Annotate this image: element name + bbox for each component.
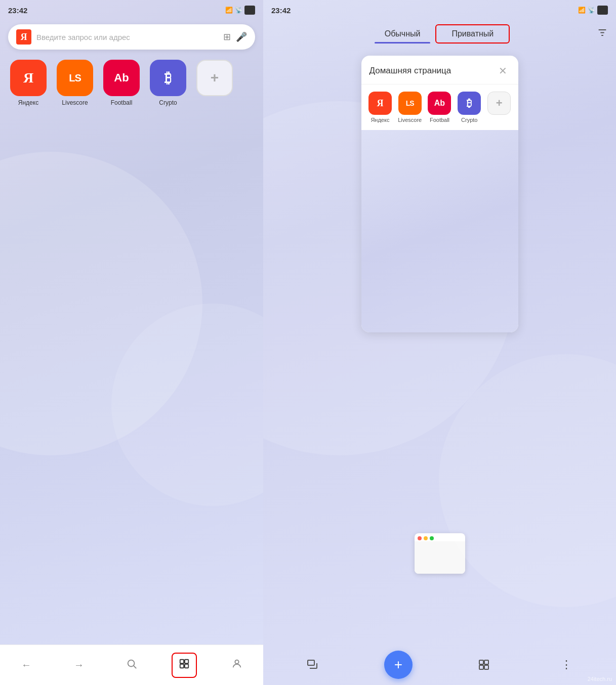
fab-icon: + <box>394 657 402 673</box>
bookmark-football[interactable]: Ab Football <box>101 60 142 106</box>
qr-icon[interactable]: ⊞ <box>223 31 231 42</box>
svg-rect-12 <box>484 660 488 664</box>
yandex-label: Яндекс <box>18 99 38 106</box>
svg-point-6 <box>235 660 238 664</box>
mic-icon[interactable]: 🎤 <box>236 31 247 42</box>
football-label: Football <box>111 99 133 106</box>
svg-rect-11 <box>479 660 483 664</box>
tabs-button-left[interactable] <box>172 653 197 678</box>
signal-icon-left: 📶 <box>225 7 233 14</box>
status-bar-right: 23:42 📶 📡 73 <box>263 0 616 20</box>
hc-yandex-icon: Я <box>368 92 392 115</box>
dot-green <box>430 536 434 540</box>
bookmarks-row: Я Яндекс LS Livescore Ab Football ₿ Cryp… <box>0 54 263 112</box>
status-bar-left: 23:42 📶 📡 73 <box>0 0 263 20</box>
dot-red <box>418 536 422 540</box>
svg-rect-2 <box>180 660 184 663</box>
filter-icon[interactable] <box>597 27 608 41</box>
hc-livescore-icon: LS <box>398 92 422 115</box>
hc-add[interactable]: + <box>486 92 512 117</box>
bookmark-add[interactable]: + <box>194 60 235 99</box>
home-card-close[interactable]: ✕ <box>496 64 510 78</box>
thumbnail-card[interactable] <box>415 533 465 574</box>
thumbnail-content <box>415 541 465 574</box>
hc-crypto-label: Crypto <box>461 117 477 123</box>
bookmark-livescore[interactable]: LS Livescore <box>55 60 95 106</box>
home-card-title: Домашняя страница <box>369 66 451 76</box>
more-button[interactable]: ⋮ <box>555 654 578 676</box>
svg-rect-10 <box>308 660 314 665</box>
thumbnail-dots <box>415 533 465 541</box>
home-card: Домашняя страница ✕ Я Яндекс LS Livescor… <box>361 56 518 332</box>
time-left: 23:42 <box>8 6 27 15</box>
home-card-bookmarks: Я Яндекс LS Livescore Ab Football ₿ Cryp… <box>361 84 518 130</box>
dot-yellow <box>424 536 428 540</box>
hc-football[interactable]: Ab Football <box>427 92 453 123</box>
yandex-logo: Я <box>16 29 31 45</box>
profile-button[interactable] <box>224 653 250 678</box>
forward-button[interactable]: → <box>66 653 92 678</box>
svg-rect-3 <box>185 660 188 663</box>
livescore-icon: LS <box>57 60 93 96</box>
battery-right: 73 <box>597 6 608 15</box>
signal-icon-right: 📶 <box>578 7 586 14</box>
yandex-icon: Я <box>10 60 47 96</box>
svg-rect-13 <box>479 665 483 669</box>
search-bar[interactable]: Я Введите запрос или адрес ⊞ 🎤 <box>8 24 255 50</box>
bookmark-crypto[interactable]: ₿ Crypto <box>148 60 188 106</box>
hc-livescore-label: Livescore <box>398 117 422 123</box>
home-card-header: Домашняя страница ✕ <box>361 56 518 84</box>
hc-crypto[interactable]: ₿ Crypto <box>457 92 482 123</box>
time-right: 23:42 <box>271 6 291 15</box>
search-placeholder[interactable]: Введите запрос или адрес <box>36 33 218 41</box>
hc-football-label: Football <box>430 117 449 123</box>
hc-football-icon: Ab <box>428 92 451 115</box>
search-extra-icons: ⊞ 🎤 <box>223 31 247 42</box>
right-panel: 23:42 📶 📡 73 Обычный Приватный Домашняя … <box>263 0 616 685</box>
football-icon: Ab <box>103 60 140 96</box>
left-panel: 23:42 📶 📡 73 Я Введите запрос или адрес … <box>0 0 263 685</box>
hc-crypto-icon: ₿ <box>458 92 481 115</box>
back-button[interactable]: ← <box>14 653 39 678</box>
search-button[interactable] <box>119 653 144 678</box>
forward-icon: → <box>74 659 84 671</box>
svg-line-1 <box>134 666 136 668</box>
hc-add-icon: + <box>487 92 511 115</box>
more-icon: ⋮ <box>561 658 572 671</box>
crypto-icon: ₿ <box>150 60 186 96</box>
svg-rect-5 <box>185 664 188 668</box>
add-bookmark-icon: + <box>196 60 233 96</box>
back-icon: ← <box>21 659 31 671</box>
wifi-icon-left: 📡 <box>235 7 242 14</box>
tabs-button-right[interactable] <box>473 654 495 676</box>
bottom-nav-right: + ⋮ <box>263 645 616 685</box>
bottom-nav-left: ← → <box>0 645 263 685</box>
bookmark-yandex[interactable]: Я Яндекс <box>8 60 49 106</box>
home-card-content <box>361 130 518 332</box>
hc-yandex-label: Яндекс <box>371 117 389 123</box>
watermark: 24itech.ru <box>588 676 612 682</box>
search-icon <box>126 658 137 672</box>
svg-rect-14 <box>484 665 488 669</box>
status-icons-right: 📶 📡 73 <box>578 6 608 15</box>
svg-point-0 <box>128 660 135 667</box>
livescore-label: Livescore <box>62 99 88 106</box>
tabs-icon-left <box>179 658 190 672</box>
top-tabs: Обычный Приватный <box>263 20 616 48</box>
profile-icon <box>231 658 242 672</box>
status-icons-left: 📶 📡 73 <box>225 6 255 15</box>
wifi-icon-right: 📡 <box>588 7 595 14</box>
svg-rect-4 <box>180 664 184 668</box>
crypto-label: Crypto <box>159 99 177 106</box>
multiscreen-button[interactable] <box>302 654 324 676</box>
fab-add-button[interactable]: + <box>384 651 413 679</box>
tab-normal[interactable]: Обычный <box>369 25 436 42</box>
hc-livescore[interactable]: LS Livescore <box>397 92 423 123</box>
battery-left: 73 <box>244 6 255 15</box>
hc-yandex[interactable]: Я Яндекс <box>367 92 393 123</box>
tab-private[interactable]: Приватный <box>435 24 510 44</box>
